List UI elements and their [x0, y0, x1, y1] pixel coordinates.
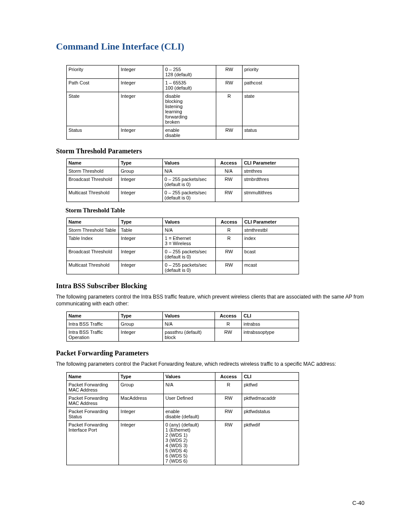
- cell-col-name: Packet Forwarding MAC Address: [67, 380, 119, 394]
- cell-col-access: RW: [215, 175, 242, 189]
- table-row: Broadcast ThresholdInteger0 – 255 packet…: [67, 175, 299, 189]
- cell-col-name: Path Cost: [67, 79, 119, 92]
- col-cli: CLI Parameter: [243, 218, 299, 226]
- cell-col-cli: pathcost: [242, 79, 299, 92]
- cell-col-access: R: [215, 226, 242, 234]
- cell-col-cli: stmthres: [242, 167, 299, 175]
- table-row: Packet Forwarding MAC AddressGroupN/ARpk…: [67, 380, 299, 394]
- cell-col-name: Storm Threshold: [67, 167, 119, 175]
- cell-col-type: Integer: [119, 79, 163, 92]
- col-values: Values: [162, 159, 215, 167]
- cell-col-name: Multicast Threshold: [67, 261, 119, 274]
- col-cli: CLI Parameter: [242, 159, 299, 167]
- cell-col-values: passthru (default)block: [163, 328, 215, 342]
- cell-col-type: Integer: [118, 407, 163, 420]
- cell-col-name: State: [67, 92, 119, 126]
- cell-col-access: RW: [215, 420, 242, 465]
- cell-col-access: RW: [215, 261, 242, 274]
- storm-params-table: Name Type Values Access CLI Parameter St…: [66, 159, 299, 202]
- col-access: Access: [215, 312, 241, 320]
- cell-col-values: N/A: [162, 167, 215, 175]
- table-row: Storm ThresholdGroupN/AN/Astmthres: [67, 167, 299, 175]
- cell-col-name: Packet Forwarding MAC Address: [67, 394, 119, 407]
- cell-col-name: Table Index: [67, 234, 119, 248]
- intra-bss-table: Name Type Values Access CLI Intra BSS Tr…: [66, 311, 299, 342]
- col-name: Name: [67, 312, 119, 320]
- cell-col-values: 0 (any) (default)1 (Ethernet)2 (WDS 1)3 …: [163, 420, 215, 465]
- intra-bss-paragraph: The following parameters control the Int…: [56, 293, 364, 307]
- cell-col-access: RW: [215, 407, 242, 420]
- storm-threshold-table: Name Type Values Access CLI Parameter St…: [66, 218, 299, 274]
- cell-col-type: Integer: [119, 261, 163, 274]
- cell-col-name: Intra BSS Traffic: [67, 320, 119, 328]
- table-row: Multicast ThresholdInteger0 – 255 packet…: [67, 189, 299, 202]
- cell-col-cli: index: [243, 234, 299, 248]
- col-type: Type: [119, 218, 163, 226]
- cell-col-access: RW: [215, 394, 242, 407]
- cell-col-type: Integer: [119, 328, 163, 342]
- table-header-row: Name Type Values Access CLI: [67, 372, 299, 380]
- page-number: C-40: [352, 500, 364, 506]
- section-storm-params: Storm Threshold Parameters: [56, 147, 364, 155]
- cell-col-cli: state: [242, 92, 299, 126]
- col-values: Values: [163, 372, 215, 380]
- cell-col-cli: mcast: [243, 261, 299, 274]
- cell-col-values: N/A: [163, 380, 215, 394]
- table-row: Path CostInteger1 – 65535100 (default)RW…: [67, 79, 299, 92]
- table-row: Broadcast ThresholdInteger0 – 255 packet…: [67, 248, 299, 261]
- packet-fwd-paragraph: The following parameters control the Pac…: [56, 361, 364, 367]
- table-header-row: Name Type Values Access CLI Parameter: [67, 159, 299, 167]
- cell-col-name: Storm Threshold Table: [67, 226, 119, 234]
- col-name: Name: [67, 218, 119, 226]
- col-type: Type: [118, 372, 163, 380]
- table-header-row: Name Type Values Access CLI: [67, 312, 299, 320]
- cell-col-cli: status: [242, 126, 299, 140]
- cell-col-type: Integer: [118, 420, 163, 465]
- table-header-row: Name Type Values Access CLI Parameter: [67, 218, 299, 226]
- cell-col-type: MacAddress: [118, 394, 163, 407]
- cell-col-access: RW: [215, 248, 242, 261]
- cell-col-values: 0 – 255 packets/sec(default is 0): [163, 248, 215, 261]
- col-cli: CLI: [242, 312, 299, 320]
- cell-col-access: N/A: [215, 167, 242, 175]
- cell-col-cli: pktfwdstatus: [242, 407, 299, 420]
- cell-col-name: Broadcast Threshold: [67, 175, 119, 189]
- table-row: PriorityInteger0 – 255128 (default)RWpri…: [67, 65, 299, 79]
- cell-col-type: Integer: [119, 189, 163, 202]
- cell-col-values: 1 – 65535100 (default): [163, 79, 216, 92]
- cell-col-cli: bcast: [243, 248, 299, 261]
- cell-col-access: R: [215, 234, 242, 248]
- table-row: Packet Forwarding Interface PortInteger0…: [67, 420, 299, 465]
- cell-col-access: R: [215, 380, 242, 394]
- cell-col-type: Group: [118, 380, 163, 394]
- section-packet-fwd: Packet Forwarding Parameters: [56, 349, 364, 357]
- cell-col-values: User Defined: [163, 394, 215, 407]
- cell-col-values: N/A: [163, 226, 215, 234]
- page: Command Line Interface (CLI) PriorityInt…: [0, 0, 411, 532]
- table-row: Table IndexInteger1 = Ethernet3 = Wirele…: [67, 234, 299, 248]
- top-parameter-table: PriorityInteger0 – 255128 (default)RWpri…: [66, 65, 299, 140]
- col-name: Name: [67, 372, 119, 380]
- cell-col-cli: intrabssoptype: [242, 328, 299, 342]
- cell-col-type: Integer: [119, 234, 163, 248]
- cell-col-type: Table: [119, 226, 163, 234]
- col-values: Values: [163, 312, 215, 320]
- cell-col-cli: stmbrdthres: [242, 175, 299, 189]
- cell-col-type: Group: [119, 167, 163, 175]
- cell-col-values: enabledisable (default): [163, 407, 215, 420]
- packet-fwd-table: Name Type Values Access CLI Packet Forwa…: [66, 372, 299, 465]
- cell-col-type: Integer: [119, 175, 163, 189]
- cell-col-values: 0 – 255 packets/sec(default is 0): [163, 261, 215, 274]
- cell-col-name: Broadcast Threshold: [67, 248, 119, 261]
- section-intra-bss: Intra BSS Subscriber Blocking: [56, 282, 364, 290]
- cell-col-values: 0 – 255 packets/sec(default is 0): [162, 175, 215, 189]
- cell-col-values: 1 = Ethernet3 = Wireless: [163, 234, 215, 248]
- cell-col-access: RW: [216, 79, 243, 92]
- cell-col-type: Integer: [119, 126, 163, 140]
- cell-col-values: N/A: [163, 320, 215, 328]
- col-type: Type: [119, 312, 163, 320]
- cell-col-access: R: [215, 320, 241, 328]
- cell-col-name: Multicast Threshold: [67, 189, 119, 202]
- cell-col-name: Status: [67, 126, 119, 140]
- col-type: Type: [119, 159, 163, 167]
